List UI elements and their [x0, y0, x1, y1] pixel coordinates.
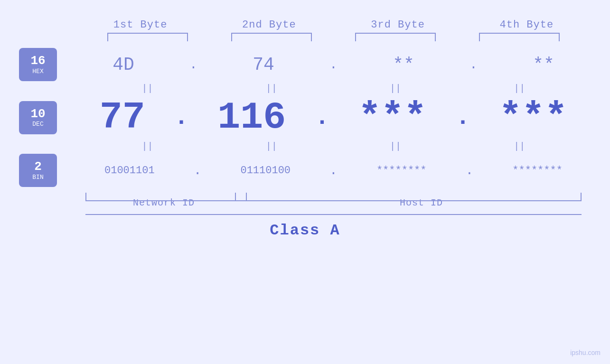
network-bracket: [85, 193, 247, 201]
host-bracket: [235, 193, 582, 201]
hex-dot-1: .: [189, 57, 197, 72]
bin-byte-1: 01001101: [104, 165, 155, 177]
top-bracket-1: [107, 33, 188, 41]
byte-header-2: 2nd Byte: [205, 19, 333, 31]
dec-byte-2: 116: [217, 96, 286, 139]
eq-2-1: ||: [142, 141, 153, 152]
eq-2-4: ||: [514, 141, 525, 152]
hex-badge: 16 HEX: [19, 48, 57, 81]
eq-2-3: ||: [390, 141, 401, 152]
byte-header-4: 4th Byte: [462, 19, 591, 31]
bin-byte-2: 01110100: [240, 165, 291, 177]
dec-dot-1: .: [174, 104, 188, 131]
hex-byte-1: 4D: [113, 55, 134, 75]
bin-dot-3: .: [466, 163, 474, 178]
hex-byte-2: 74: [253, 55, 274, 75]
main-container: 1st Byte 2nd Byte 3rd Byte 4th Byte 16 H…: [0, 0, 610, 364]
top-bracket-4: [479, 33, 560, 41]
eq-2-2: ||: [266, 141, 277, 152]
full-bottom-line: [85, 214, 582, 215]
top-bracket-2: [231, 33, 312, 41]
hex-byte-3: **: [393, 55, 414, 75]
top-bracket-3: [355, 33, 436, 41]
eq-1-2: ||: [266, 83, 277, 94]
dec-byte-3: ***: [358, 96, 427, 139]
dec-dot-3: .: [456, 104, 470, 131]
byte-header-1: 1st Byte: [76, 19, 205, 31]
bin-dot-1: .: [194, 163, 202, 178]
dec-byte-4: ***: [499, 96, 567, 139]
dec-dot-2: .: [315, 104, 329, 131]
bin-badge: 2 BIN: [19, 154, 57, 187]
bin-dot-2: .: [329, 163, 338, 178]
hex-dot-2: .: [329, 57, 338, 72]
dec-byte-1: 77: [100, 96, 145, 139]
bin-byte-4: ********: [512, 165, 563, 177]
watermark: ipshu.com: [570, 349, 601, 356]
dec-badge: 10 DEC: [19, 101, 57, 134]
bin-byte-3: ********: [376, 165, 427, 177]
eq-1-3: ||: [390, 83, 401, 94]
eq-1-4: ||: [514, 83, 525, 94]
eq-1-1: ||: [142, 83, 153, 94]
byte-header-3: 3rd Byte: [334, 19, 462, 31]
class-label: Class A: [270, 222, 340, 239]
hex-dot-3: .: [469, 57, 478, 72]
hex-byte-4: **: [533, 55, 554, 75]
